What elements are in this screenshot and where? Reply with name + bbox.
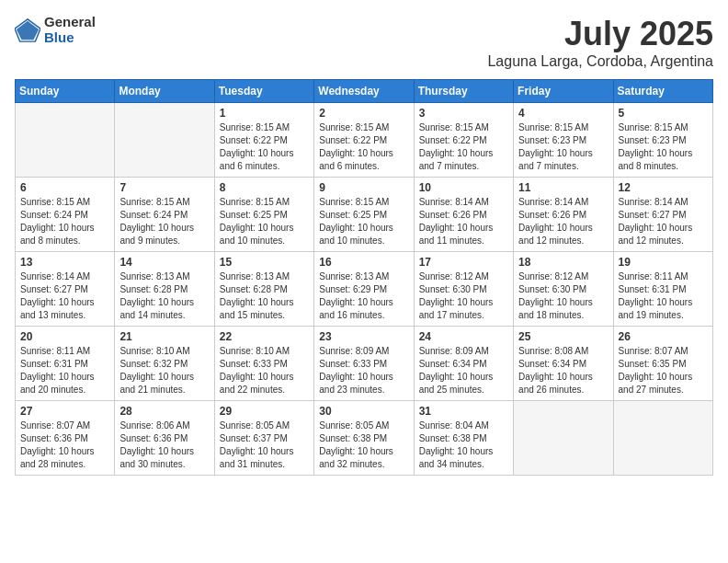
day-info: Sunrise: 8:10 AMSunset: 6:33 PMDaylight:… [220, 345, 309, 396]
day-info: Sunrise: 8:07 AMSunset: 6:35 PMDaylight:… [619, 345, 708, 396]
day-number: 28 [119, 405, 209, 418]
calendar-cell: 28Sunrise: 8:06 AMSunset: 6:36 PMDayligh… [115, 401, 214, 476]
day-number: 8 [220, 181, 309, 194]
day-number: 18 [518, 256, 608, 269]
week-row: 27Sunrise: 8:07 AMSunset: 6:36 PMDayligh… [16, 401, 713, 476]
calendar-cell: 29Sunrise: 8:05 AMSunset: 6:37 PMDayligh… [214, 401, 313, 476]
day-number: 22 [220, 330, 309, 343]
calendar-cell: 26Sunrise: 8:07 AMSunset: 6:35 PMDayligh… [613, 327, 712, 401]
day-info: Sunrise: 8:09 AMSunset: 6:33 PMDaylight:… [319, 345, 408, 396]
day-info: Sunrise: 8:15 AMSunset: 6:24 PMDaylight:… [119, 196, 209, 247]
calendar-cell: 21Sunrise: 8:10 AMSunset: 6:32 PMDayligh… [115, 327, 214, 401]
day-info: Sunrise: 8:13 AMSunset: 6:29 PMDaylight:… [319, 270, 408, 322]
calendar-cell: 31Sunrise: 8:04 AMSunset: 6:38 PMDayligh… [414, 401, 513, 476]
calendar-cell: 9Sunrise: 8:15 AMSunset: 6:25 PMDaylight… [314, 178, 414, 252]
day-number: 30 [319, 405, 408, 418]
day-info: Sunrise: 8:14 AMSunset: 6:26 PMDaylight:… [518, 196, 608, 247]
day-info: Sunrise: 8:14 AMSunset: 6:27 PMDaylight:… [20, 270, 109, 322]
day-number: 14 [119, 256, 209, 269]
month-title: July 2025 [487, 15, 713, 53]
week-row: 6Sunrise: 8:15 AMSunset: 6:24 PMDaylight… [16, 178, 713, 252]
day-info: Sunrise: 8:06 AMSunset: 6:36 PMDaylight:… [119, 419, 209, 471]
day-info: Sunrise: 8:15 AMSunset: 6:22 PMDaylight:… [220, 121, 309, 173]
day-info: Sunrise: 8:04 AMSunset: 6:38 PMDaylight:… [419, 419, 508, 471]
day-number: 10 [419, 181, 508, 194]
day-info: Sunrise: 8:14 AMSunset: 6:26 PMDaylight:… [419, 196, 508, 247]
day-info: Sunrise: 8:08 AMSunset: 6:34 PMDaylight:… [518, 345, 608, 396]
day-info: Sunrise: 8:13 AMSunset: 6:28 PMDaylight:… [220, 270, 309, 322]
weekday-header: Thursday [414, 80, 513, 103]
week-row: 1Sunrise: 8:15 AMSunset: 6:22 PMDaylight… [16, 103, 713, 178]
calendar-cell: 16Sunrise: 8:13 AMSunset: 6:29 PMDayligh… [314, 252, 414, 327]
day-info: Sunrise: 8:13 AMSunset: 6:28 PMDaylight:… [119, 270, 209, 322]
location-title: Laguna Larga, Cordoba, Argentina [487, 53, 713, 70]
day-info: Sunrise: 8:05 AMSunset: 6:37 PMDaylight:… [220, 419, 309, 471]
day-info: Sunrise: 8:15 AMSunset: 6:24 PMDaylight:… [20, 196, 109, 247]
day-number: 2 [319, 107, 408, 120]
calendar-cell: 4Sunrise: 8:15 AMSunset: 6:23 PMDaylight… [514, 103, 613, 178]
calendar-cell: 8Sunrise: 8:15 AMSunset: 6:25 PMDaylight… [214, 178, 313, 252]
week-row: 20Sunrise: 8:11 AMSunset: 6:31 PMDayligh… [16, 327, 713, 401]
day-info: Sunrise: 8:14 AMSunset: 6:27 PMDaylight:… [619, 196, 708, 247]
calendar-cell [514, 401, 613, 476]
weekday-header: Tuesday [214, 80, 313, 103]
day-number: 15 [220, 256, 309, 269]
calendar-cell: 18Sunrise: 8:12 AMSunset: 6:30 PMDayligh… [514, 252, 613, 327]
day-number: 4 [518, 107, 608, 120]
calendar-cell: 6Sunrise: 8:15 AMSunset: 6:24 PMDaylight… [16, 178, 115, 252]
calendar-cell: 27Sunrise: 8:07 AMSunset: 6:36 PMDayligh… [16, 401, 115, 476]
calendar-cell: 5Sunrise: 8:15 AMSunset: 6:23 PMDaylight… [613, 103, 712, 178]
day-number: 6 [20, 181, 109, 194]
day-info: Sunrise: 8:11 AMSunset: 6:31 PMDaylight:… [20, 345, 109, 396]
weekday-header: Monday [115, 80, 214, 103]
calendar-cell: 11Sunrise: 8:14 AMSunset: 6:26 PMDayligh… [514, 178, 613, 252]
day-number: 16 [319, 256, 408, 269]
day-number: 20 [20, 330, 109, 343]
day-info: Sunrise: 8:15 AMSunset: 6:22 PMDaylight:… [419, 121, 508, 173]
calendar-cell [16, 103, 115, 178]
day-number: 12 [619, 181, 708, 194]
weekday-header: Friday [514, 80, 613, 103]
calendar-cell: 15Sunrise: 8:13 AMSunset: 6:28 PMDayligh… [214, 252, 313, 327]
logo: General Blue [15, 15, 96, 45]
page-header: General Blue July 2025 Laguna Larga, Cor… [15, 15, 713, 70]
day-info: Sunrise: 8:05 AMSunset: 6:38 PMDaylight:… [319, 419, 408, 471]
day-number: 25 [518, 330, 608, 343]
day-info: Sunrise: 8:07 AMSunset: 6:36 PMDaylight:… [20, 419, 109, 471]
calendar-cell: 10Sunrise: 8:14 AMSunset: 6:26 PMDayligh… [414, 178, 513, 252]
logo-icon [15, 17, 40, 43]
calendar-cell: 1Sunrise: 8:15 AMSunset: 6:22 PMDaylight… [214, 103, 313, 178]
weekday-header-row: SundayMondayTuesdayWednesdayThursdayFrid… [16, 80, 713, 103]
day-number: 19 [619, 256, 708, 269]
logo-blue-text: Blue [44, 30, 96, 46]
day-info: Sunrise: 8:15 AMSunset: 6:25 PMDaylight:… [220, 196, 309, 247]
day-number: 9 [319, 181, 408, 194]
day-info: Sunrise: 8:09 AMSunset: 6:34 PMDaylight:… [419, 345, 508, 396]
day-number: 3 [419, 107, 508, 120]
weekday-header: Wednesday [314, 80, 414, 103]
calendar-cell: 14Sunrise: 8:13 AMSunset: 6:28 PMDayligh… [115, 252, 214, 327]
calendar-cell: 30Sunrise: 8:05 AMSunset: 6:38 PMDayligh… [314, 401, 414, 476]
week-row: 13Sunrise: 8:14 AMSunset: 6:27 PMDayligh… [16, 252, 713, 327]
day-number: 1 [220, 107, 309, 120]
calendar-cell: 12Sunrise: 8:14 AMSunset: 6:27 PMDayligh… [613, 178, 712, 252]
day-info: Sunrise: 8:15 AMSunset: 6:22 PMDaylight:… [319, 121, 408, 173]
calendar-cell [115, 103, 214, 178]
weekday-header: Saturday [613, 80, 712, 103]
day-number: 27 [20, 405, 109, 418]
calendar-cell: 23Sunrise: 8:09 AMSunset: 6:33 PMDayligh… [314, 327, 414, 401]
calendar-cell: 3Sunrise: 8:15 AMSunset: 6:22 PMDaylight… [414, 103, 513, 178]
logo-general-text: General [44, 15, 96, 30]
day-info: Sunrise: 8:11 AMSunset: 6:31 PMDaylight:… [619, 270, 708, 322]
day-info: Sunrise: 8:12 AMSunset: 6:30 PMDaylight:… [518, 270, 608, 322]
logo-text: General Blue [44, 15, 96, 45]
calendar-cell: 17Sunrise: 8:12 AMSunset: 6:30 PMDayligh… [414, 252, 513, 327]
day-number: 21 [119, 330, 209, 343]
weekday-header: Sunday [16, 80, 115, 103]
calendar-cell: 2Sunrise: 8:15 AMSunset: 6:22 PMDaylight… [314, 103, 414, 178]
day-info: Sunrise: 8:12 AMSunset: 6:30 PMDaylight:… [419, 270, 508, 322]
day-number: 13 [20, 256, 109, 269]
calendar-cell: 22Sunrise: 8:10 AMSunset: 6:33 PMDayligh… [214, 327, 313, 401]
day-number: 5 [619, 107, 708, 120]
day-info: Sunrise: 8:15 AMSunset: 6:25 PMDaylight:… [319, 196, 408, 247]
